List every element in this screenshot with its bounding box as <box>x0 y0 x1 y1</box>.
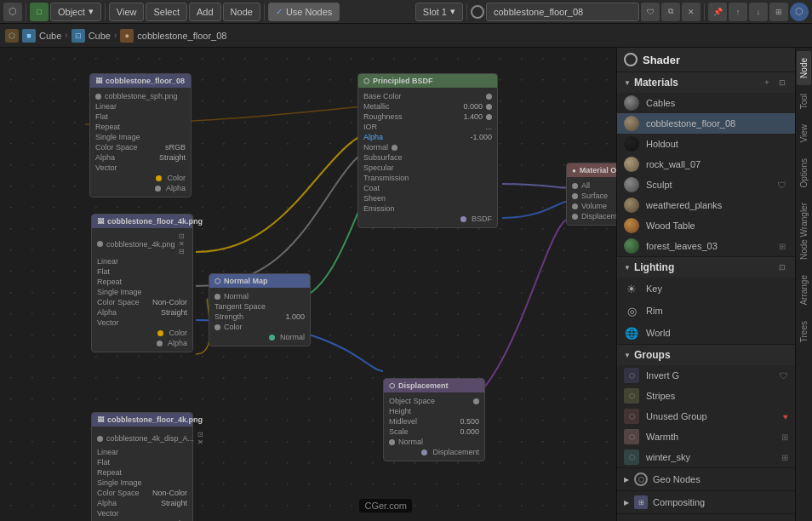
group-item-warmth[interactable]: ⬡ Warmth ⊞ <box>617 427 795 447</box>
arrow-down-icon[interactable]: ↓ <box>749 3 768 21</box>
topbar: ⬡ □ Object ▾ View Select Add Node ✓ Use … <box>0 0 812 24</box>
lighting-item-key[interactable]: ☀ Key <box>617 278 795 300</box>
group-thumb-invert: ⬡ <box>624 368 639 383</box>
image-texture-header-2: 🖼 cobblestone_floor_4k.png <box>92 215 192 228</box>
pin-icon[interactable]: 📌 <box>708 3 727 21</box>
mesh-icon: ⊡ <box>71 29 85 43</box>
cube-icon: ■ <box>22 29 36 43</box>
image-texture-node-1[interactable]: 🖼 cobblestone_floor_08 cobblestone_sph.p… <box>89 73 192 198</box>
add-menu[interactable]: Add <box>189 3 221 21</box>
lighting-label-key: Key <box>646 283 662 294</box>
material-output-node[interactable]: ● Material Output All Surface Volume <box>566 163 616 226</box>
comp-icon: ⊞ <box>634 495 648 509</box>
material-item-sculpt[interactable]: Sculpt 🛡 <box>617 175 795 195</box>
panel-scroll[interactable]: ▼ Materials + ⊡ Cables cobblestone_floor… <box>617 72 795 521</box>
output-header: ● Material Output <box>567 163 616 177</box>
displacement-header: ⬡ Displacement <box>384 379 484 392</box>
materials-header[interactable]: ▼ Materials + ⊡ <box>617 72 795 93</box>
material-item-weathered[interactable]: weathered_planks <box>617 195 795 215</box>
tab-trees[interactable]: Trees <box>797 314 811 349</box>
image-texture-node-3[interactable]: 🖼 cobblestone_floor_4k.png cobblestone_4… <box>91 412 193 521</box>
group-item-winter[interactable]: ⬡ winter_sky ⊞ <box>617 447 795 467</box>
geo-icon: ⬡ <box>634 472 648 486</box>
object-mode-icon: □ <box>30 3 49 21</box>
tab-options[interactable]: Options <box>797 152 811 194</box>
material-item-cables[interactable]: Cables <box>617 93 795 113</box>
lighting-label-world: World <box>646 328 671 338</box>
material-item-holdout[interactable]: Holdout <box>617 134 795 154</box>
group-name-warmth: Warmth <box>646 432 775 442</box>
material-thumb-cables <box>624 95 639 111</box>
view-menu[interactable]: View <box>109 3 145 21</box>
normal-map-node[interactable]: ⬡ Normal Map Normal Tangent Space Streng… <box>209 273 311 346</box>
material-name-cables: Cables <box>646 98 788 108</box>
lighting-settings-icon[interactable]: ⊡ <box>776 261 788 273</box>
alpha-output <box>155 186 161 192</box>
main-area: 🖼 cobblestone_floor_08 cobblestone_sph.p… <box>0 48 812 521</box>
lighting-item-world[interactable]: 🌐 World <box>617 322 795 344</box>
material-name-cobblestone: cobblestone_floor_08 <box>646 118 788 129</box>
shader-header: Shader <box>617 48 795 72</box>
material-item-wood[interactable]: Wood Table <box>617 215 795 236</box>
collapse-icon-groups: ▼ <box>624 352 631 359</box>
compositing-row[interactable]: ▶ ⊞ Compositing <box>617 491 795 514</box>
breadcrumb-cube-1[interactable]: ■ Cube <box>22 29 61 43</box>
tab-node-wrangler[interactable]: Node Wrangler <box>797 196 811 266</box>
blender-menu-icon[interactable]: ⬡ <box>3 3 22 21</box>
rim-icon: ◎ <box>624 303 639 318</box>
collapse-icon-lighting: ▼ <box>624 264 631 272</box>
groups-header[interactable]: ▼ Groups <box>617 345 795 365</box>
node-body: cobblestone_sph.png Linear Flat Repeat S… <box>90 88 191 197</box>
material-thumb-wood <box>624 218 639 233</box>
select-menu[interactable]: Select <box>146 3 187 21</box>
tab-node[interactable]: Node <box>797 51 811 85</box>
grid-icon[interactable]: ⊞ <box>769 3 788 21</box>
material-name-field[interactable]: cobblestone_floor_08 <box>486 3 639 21</box>
node-canvas[interactable]: 🖼 cobblestone_floor_08 cobblestone_sph.p… <box>0 48 616 521</box>
group-item-stripes[interactable]: ⬡ Stripes <box>617 386 795 406</box>
material-name-wood: Wood Table <box>646 220 788 231</box>
principled-bsdf-node[interactable]: ⬡ Principled BSDF Base Color Metallic 0.… <box>357 73 498 228</box>
image-texture-node-2[interactable]: 🖼 cobblestone_floor_4k.png cobblestone_4… <box>91 214 193 352</box>
group-name-winter: winter_sky <box>646 452 775 462</box>
geo-nodes-row[interactable]: ▶ ⬡ Geo Nodes <box>617 468 795 491</box>
node-row-texture: cobblestone_sph.png <box>90 91 191 101</box>
material-settings-icon[interactable]: ⊡ <box>776 77 788 89</box>
add-material-icon[interactable]: + <box>761 77 773 89</box>
separator-1 <box>26 3 26 20</box>
group-thumb-stripes: ⬡ <box>624 388 639 404</box>
groups-section: ▼ Groups ⬡ Invert G 🛡 ⬡ Stripes ⬡ Unused… <box>617 345 795 468</box>
object-mode-dropdown[interactable]: Object ▾ <box>50 3 101 21</box>
slot-dropdown[interactable]: Slot 1 ▾ <box>415 3 463 21</box>
tab-arrange[interactable]: Arrange <box>797 268 811 312</box>
material-item-cobblestone[interactable]: cobblestone_floor_08 <box>617 113 795 134</box>
shield-icon[interactable]: 🛡 <box>641 3 660 21</box>
normal-body: Normal Tangent Space Strength 1.000 Colo… <box>209 288 310 346</box>
tab-view[interactable]: View <box>797 117 811 150</box>
compositing-label: Compositing <box>653 497 705 507</box>
use-nodes-toggle[interactable]: ✓ Use Nodes <box>268 3 340 21</box>
breadcrumb-cube-2[interactable]: ⊡ Cube <box>71 29 111 43</box>
material-item-rock[interactable]: rock_wall_07 <box>617 154 795 175</box>
node-menu[interactable]: Node <box>223 3 260 21</box>
group-item-unused[interactable]: ⬡ Unused Group ♥ <box>617 406 795 427</box>
group-name-stripes: Stripes <box>646 391 788 401</box>
group-item-invert[interactable]: ⬡ Invert G 🛡 <box>617 365 795 386</box>
lighting-item-rim[interactable]: ◎ Rim <box>617 300 795 322</box>
blender-logo-icon: ⬡ <box>790 3 809 21</box>
lighting-header[interactable]: ▼ Lighting ⊡ <box>617 257 795 278</box>
copy-icon[interactable]: ⧉ <box>661 3 680 21</box>
tab-tool[interactable]: Tool <box>797 87 811 116</box>
material-item-leaves[interactable]: forest_leaves_03 ⊞ <box>617 236 795 256</box>
color-output <box>156 175 162 181</box>
normal-header: ⬡ Normal Map <box>209 274 310 288</box>
arrow-up-icon[interactable]: ↑ <box>729 3 747 21</box>
bsdf-body: Base Color Metallic 0.000 Roughness 1.40… <box>358 88 497 227</box>
collapse-icon-geo: ▶ <box>624 476 629 484</box>
breadcrumb-material[interactable]: ● cobblestone_floor_08 <box>120 29 226 43</box>
material-thumb-leaves <box>624 238 639 254</box>
close-icon[interactable]: ✕ <box>682 3 700 21</box>
displacement-node[interactable]: ⬡ Displacement Object Space Height Midle… <box>383 378 485 461</box>
link-icon-warmth: ⊞ <box>781 432 788 442</box>
group-thumb-warmth: ⬡ <box>624 429 639 444</box>
